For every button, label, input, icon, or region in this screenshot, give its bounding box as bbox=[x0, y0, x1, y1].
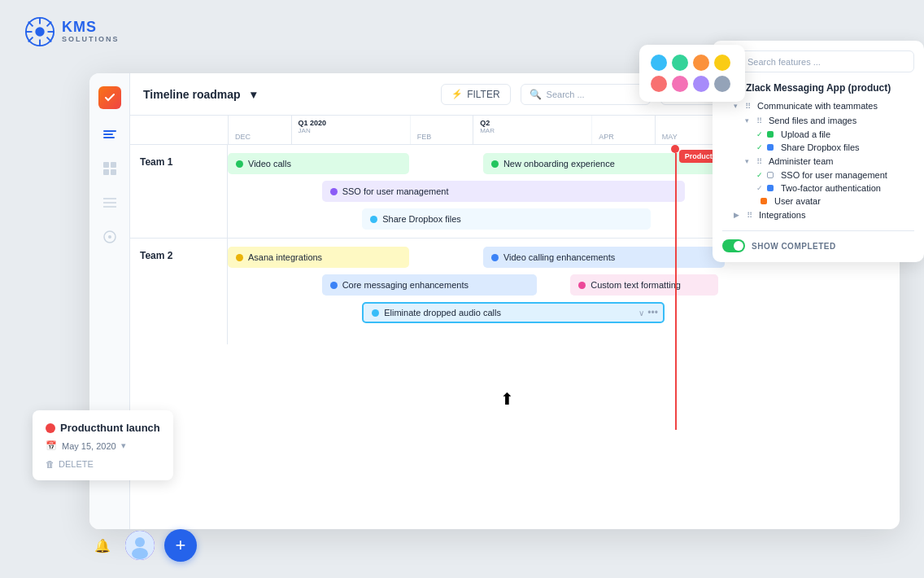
administer-label: Administer team bbox=[769, 156, 833, 166]
svg-point-24 bbox=[132, 548, 148, 559]
list-item: User avatar bbox=[722, 195, 914, 208]
chevron-icon[interactable]: ▾ bbox=[745, 116, 749, 125]
integrations-label: Integrations bbox=[759, 210, 805, 220]
sso-label: SSO for user management bbox=[781, 170, 887, 180]
delete-label: DELETE bbox=[59, 459, 94, 469]
feb-label: FEB bbox=[417, 133, 432, 141]
svg-rect-13 bbox=[103, 162, 109, 168]
table-row: Core messaging enhancements Custom text … bbox=[228, 273, 900, 297]
status-dot-orange bbox=[761, 198, 767, 204]
status-dot-blue bbox=[767, 144, 774, 151]
apr-label: APR bbox=[599, 133, 614, 141]
sidebar-item-compass[interactable] bbox=[101, 228, 119, 246]
task-sso[interactable]: SSO for user management bbox=[322, 181, 685, 202]
task-dropbox[interactable]: Share Dropbox files bbox=[362, 208, 651, 230]
team1-label: Team 1 bbox=[130, 145, 228, 238]
show-completed-row: SHOW COMPLETED bbox=[722, 230, 914, 252]
event-popup-title-row: Producthunt launch bbox=[46, 422, 160, 434]
task-messaging[interactable]: Core messaging enhancements bbox=[322, 274, 537, 296]
task-eliminate-audio[interactable]: Eliminate dropped audio calls ∨ ••• bbox=[362, 302, 665, 323]
toolbar-title: Timeline roadmap bbox=[143, 88, 241, 101]
svg-point-1 bbox=[35, 27, 44, 36]
event-popup: Producthunt launch 📅 May 15, 2020 ▾ 🗑 DE… bbox=[33, 410, 173, 480]
list-item: ✓ Two-factor authentication bbox=[722, 182, 914, 195]
more-icon[interactable]: ••• bbox=[647, 307, 658, 318]
list-item: ▶ ⠿ Integrations bbox=[722, 208, 914, 222]
color-red[interactable] bbox=[651, 76, 667, 92]
list-item: ✓ Share Dropbox files bbox=[722, 141, 914, 154]
chevron-icon[interactable]: ▾ bbox=[734, 102, 738, 110]
task-video-calling[interactable]: Video calling enhancements bbox=[483, 247, 725, 268]
send-files-label: Send files and images bbox=[769, 116, 856, 125]
task-asana[interactable]: Asana integrations bbox=[228, 247, 409, 268]
mar-label: MAR bbox=[480, 127, 591, 134]
svg-rect-15 bbox=[103, 169, 109, 175]
feature-search-placeholder: Search features ... bbox=[747, 57, 821, 67]
logo: KMS SOLUTIONS bbox=[24, 16, 120, 47]
chevron-down-icon: ∨ bbox=[639, 309, 644, 317]
list-item: ▾ ⠿ Send files and images bbox=[722, 113, 914, 128]
svg-rect-14 bbox=[111, 162, 116, 168]
may-label: MAY bbox=[662, 133, 678, 141]
status-dot-green bbox=[767, 131, 774, 138]
svg-rect-16 bbox=[111, 169, 116, 175]
task-video-calls[interactable]: Video calls bbox=[228, 153, 409, 174]
cursor: ⬆ bbox=[500, 389, 514, 409]
sidebar-logo bbox=[98, 86, 121, 109]
event-name: Producthunt launch bbox=[60, 422, 160, 434]
filter-label: FILTER bbox=[467, 89, 499, 100]
color-picker-popup bbox=[639, 45, 745, 102]
jan-label: JAN bbox=[299, 127, 410, 134]
feature-search[interactable]: 🔍 Search features ... bbox=[722, 50, 914, 72]
chevron-right-icon[interactable]: ▶ bbox=[734, 211, 739, 219]
team2-label: Team 2 bbox=[130, 239, 228, 344]
svg-point-21 bbox=[108, 235, 111, 239]
color-yellow[interactable] bbox=[714, 55, 730, 71]
event-dot bbox=[46, 423, 55, 433]
delete-button[interactable]: 🗑 DELETE bbox=[46, 459, 160, 469]
filter-button[interactable]: ⚡ FILTER bbox=[441, 84, 510, 105]
dec-label: DEC bbox=[235, 133, 291, 141]
check-icon: ✓ bbox=[756, 171, 763, 179]
check-icon: ✓ bbox=[756, 143, 763, 151]
tree-root: ▾ 📁 Zlack Messaging App (product) bbox=[722, 81, 914, 95]
color-purple[interactable] bbox=[693, 76, 709, 92]
trash-icon: 🗑 bbox=[46, 459, 54, 469]
check-icon: ✓ bbox=[756, 184, 763, 192]
list-item: ▾ ⠿ Communicate with teammates bbox=[722, 99, 914, 113]
color-pink[interactable] bbox=[672, 76, 688, 92]
user-avatar-label: User avatar bbox=[774, 196, 821, 206]
upload-file-label: Upload a file bbox=[781, 129, 830, 139]
search-box[interactable]: 🔍 Search ... bbox=[521, 84, 651, 105]
q2-label: Q2 bbox=[480, 119, 591, 127]
svg-rect-11 bbox=[103, 134, 113, 135]
svg-point-23 bbox=[135, 537, 145, 547]
notification-icon[interactable]: 🔔 bbox=[89, 532, 116, 558]
color-cyan[interactable] bbox=[651, 55, 667, 71]
color-gray[interactable] bbox=[714, 76, 730, 92]
search-icon: 🔍 bbox=[530, 89, 542, 100]
event-date: May 15, 2020 bbox=[62, 441, 116, 451]
color-green[interactable] bbox=[672, 55, 688, 71]
q1-label: Q1 2020 bbox=[299, 119, 410, 127]
avatar[interactable] bbox=[125, 531, 155, 560]
svg-rect-12 bbox=[103, 137, 115, 138]
color-orange[interactable] bbox=[693, 55, 709, 71]
sidebar-item-board[interactable] bbox=[101, 160, 119, 177]
table-row: Eliminate dropped audio calls ∨ ••• bbox=[228, 300, 900, 325]
add-button[interactable]: + bbox=[164, 529, 197, 562]
logo-solutions: SOLUTIONS bbox=[62, 36, 120, 44]
filter-icon: ⚡ bbox=[451, 89, 463, 99]
chevron-icon[interactable]: ▾ bbox=[745, 157, 749, 165]
show-completed-label: SHOW COMPLETED bbox=[752, 242, 836, 251]
grid-icon: ⠿ bbox=[753, 155, 765, 167]
grid-icon: ⠿ bbox=[743, 209, 755, 221]
grid-icon: ⠿ bbox=[753, 115, 765, 126]
sidebar-item-timeline[interactable] bbox=[101, 125, 119, 143]
task-custom-text[interactable]: Custom text formatting bbox=[570, 274, 718, 296]
show-completed-toggle[interactable] bbox=[722, 239, 745, 252]
sidebar-item-list[interactable] bbox=[101, 194, 119, 212]
check-icon: ✓ bbox=[756, 130, 763, 138]
logo-kms: KMS bbox=[62, 20, 120, 36]
root-label: Zlack Messaging App (product) bbox=[746, 82, 891, 94]
